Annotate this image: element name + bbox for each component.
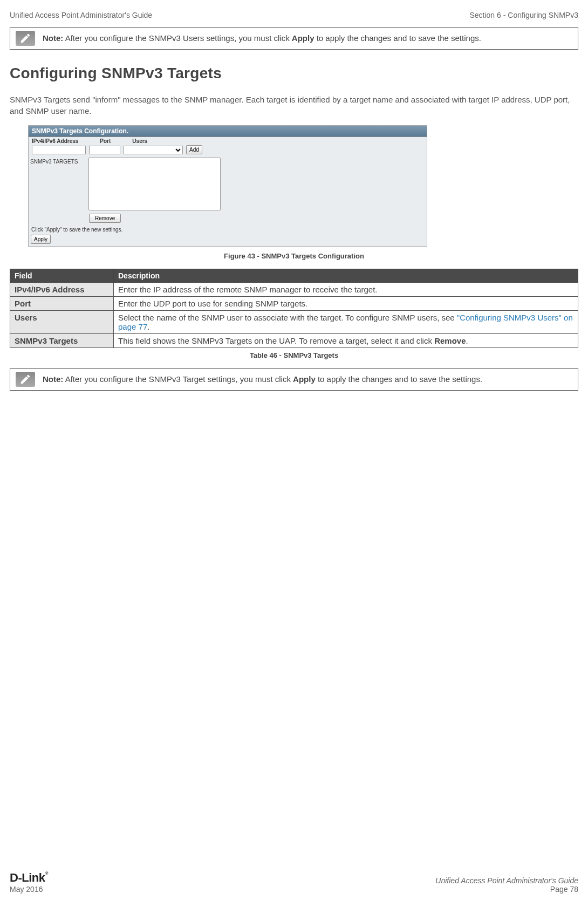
cell-desc: Select the name of the SNMP user to asso… [114, 311, 578, 334]
header-left: Unified Access Point Administrator's Gui… [10, 11, 152, 19]
table-row: Users Select the name of the SNMP user t… [10, 311, 578, 334]
port-input[interactable] [89, 146, 120, 154]
col-header-address: IPv4/IPv6 Address [32, 138, 78, 144]
field-description-table: Field Description IPv4/IPv6 Address Ente… [10, 269, 578, 348]
page-footer: D-Link® May 2016 Unified Access Point Ad… [10, 871, 578, 894]
note-box-1: Note: After you configure the SNMPv3 Use… [10, 27, 578, 50]
users-select[interactable] [124, 146, 183, 154]
note-text-1: Note: After you configure the SNMPv3 Use… [43, 33, 481, 44]
footer-title: Unified Access Point Administrator's Gui… [435, 876, 578, 885]
col-header-port: Port [100, 138, 111, 144]
table-row: IPv4/IPv6 Address Enter the IP address o… [10, 283, 578, 297]
cell-desc: Enter the UDP port to use for sending SN… [114, 297, 578, 311]
intro-paragraph: SNMPv3 Targets send "inform" messages to… [10, 94, 578, 117]
apply-help-text: Click "Apply" to save the new settings. [29, 225, 427, 234]
table-row: Port Enter the UDP port to use for sendi… [10, 297, 578, 311]
remove-button[interactable]: Remove [89, 214, 121, 223]
note-text-2: Note: After you configure the SNMPv3 Tar… [43, 374, 482, 385]
address-input[interactable] [32, 146, 86, 154]
th-field: Field [10, 269, 114, 283]
footer-page: Page 78 [435, 885, 578, 894]
panel-title: SNMPv3 Targets Configuration. [29, 126, 427, 137]
th-description: Description [114, 269, 578, 283]
header-right: Section 6 - Configuring SNMPv3 [469, 11, 578, 19]
col-header-users: Users [132, 138, 147, 144]
note-box-2: Note: After you configure the SNMPv3 Tar… [10, 368, 578, 391]
pencil-note-icon [16, 31, 35, 46]
targets-listbox[interactable] [88, 158, 221, 210]
cell-field: Port [10, 297, 114, 311]
cell-field: SNMPv3 Targets [10, 334, 114, 348]
footer-date: May 2016 [10, 885, 48, 894]
pencil-note-icon [16, 372, 35, 387]
figure-caption: Figure 43 - SNMPv3 Targets Configuration [10, 252, 578, 260]
apply-button[interactable]: Apply [31, 235, 51, 244]
table-caption: Table 46 - SNMPv3 Targets [10, 351, 578, 359]
brand-logo: D-Link® [10, 871, 48, 885]
table-row: SNMPv3 Targets This field shows the SNMP… [10, 334, 578, 348]
cell-desc: This field shows the SNMPv3 Targets on t… [114, 334, 578, 348]
targets-label: SNMPv3 TARGETS [30, 158, 88, 165]
section-heading: Configuring SNMPv3 Targets [10, 65, 578, 82]
add-button[interactable]: Add [186, 145, 202, 154]
screenshot-panel: SNMPv3 Targets Configuration. IPv4/IPv6 … [28, 125, 427, 247]
cell-desc: Enter the IP address of the remote SNMP … [114, 283, 578, 297]
cell-field: Users [10, 311, 114, 334]
cell-field: IPv4/IPv6 Address [10, 283, 114, 297]
